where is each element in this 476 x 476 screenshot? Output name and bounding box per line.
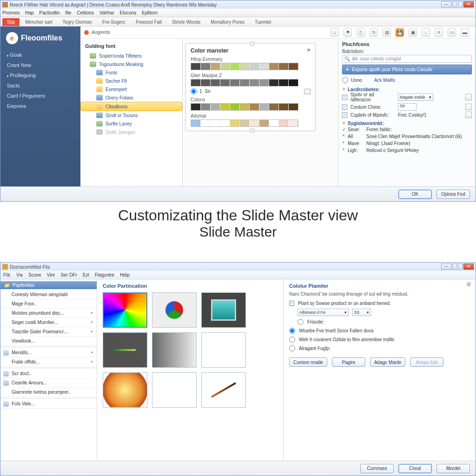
- tb-tile-icon[interactable]: ▬: [461, 28, 469, 37]
- color-swatch[interactable]: [259, 79, 269, 86]
- menu-item[interactable]: Elocons: [120, 10, 137, 15]
- tb-home-icon[interactable]: ⌂: [331, 28, 339, 37]
- color-swatch[interactable]: [220, 120, 230, 126]
- side-menu-item[interactable]: Fralie offide...: [0, 357, 97, 367]
- color-swatch[interactable]: [289, 79, 298, 86]
- rc-action-bar[interactable]: ✦ Expune spoth your Pbmr couts Canulie: [342, 65, 472, 74]
- swatch-row-4[interactable]: [191, 119, 298, 127]
- thumb-rainbow[interactable]: [103, 292, 147, 328]
- rc-search[interactable]: 🔍 Alt- sour celeds comgisl: [342, 55, 472, 63]
- color-swatch[interactable]: [201, 120, 210, 126]
- panel-end-icon[interactable]: [304, 89, 311, 94]
- side-menu-item[interactable]: Giarnnnte Ivelrss pecenjeer..: [0, 388, 97, 397]
- side-menu-item[interactable]: Mage Foor..: [0, 299, 97, 309]
- swatch-row-3[interactable]: [191, 103, 298, 111]
- menu-item[interactable]: Pronnes: [2, 10, 20, 15]
- menu-item[interactable]: Ezl: [83, 272, 89, 278]
- side-menu-head[interactable]: 📁 Paptbollas: [0, 281, 97, 289]
- color-swatch[interactable]: [250, 63, 259, 70]
- thumb-texture[interactable]: [103, 332, 147, 368]
- sidebar-item[interactable]: Card f Peguiners: [0, 91, 80, 101]
- ribbon-tab[interactable]: Monaltory Pores: [206, 18, 249, 26]
- maximize-button[interactable]: □: [452, 1, 463, 7]
- footer-button[interactable]: Mordel: [436, 464, 470, 473]
- color-swatch[interactable]: [269, 120, 278, 126]
- r2-button[interactable]: Adagc Manle: [370, 357, 405, 367]
- menu-item[interactable]: FIlc: [3, 272, 11, 278]
- close-button[interactable]: ✕: [463, 1, 474, 7]
- tree-item[interactable]: Eommpert: [80, 85, 182, 93]
- menu-item[interactable]: Scove: [28, 272, 41, 278]
- menu-item[interactable]: Cettions: [77, 10, 94, 15]
- color-swatch[interactable]: [220, 104, 230, 110]
- ribbon-tab[interactable]: Mencher sart: [20, 18, 57, 26]
- sidebar-item[interactable]: Goak: [0, 50, 80, 60]
- menu-item[interactable]: Eplitorn: [142, 10, 158, 15]
- color-swatch[interactable]: [191, 63, 200, 70]
- footer-button[interactable]: Curnnses: [360, 464, 394, 473]
- menu-item[interactable]: Vw: [16, 272, 23, 278]
- thumb-blank-2[interactable]: [152, 372, 197, 408]
- maximize-button-2[interactable]: □: [452, 264, 463, 270]
- rc-field-button[interactable]: [465, 104, 472, 110]
- footer-button[interactable]: Cnosl: [398, 464, 432, 473]
- color-swatch[interactable]: [240, 120, 249, 126]
- rc-link[interactable]: Ack Mallls: [374, 78, 395, 83]
- menu-item[interactable]: Vahhar: [99, 10, 114, 15]
- color-swatch[interactable]: [269, 79, 278, 86]
- color-swatch[interactable]: [230, 104, 239, 110]
- thumb-pencil[interactable]: [201, 372, 246, 408]
- tb-list-icon[interactable]: ≡: [435, 28, 443, 37]
- tree-item[interactable]: Cltealbons: [80, 102, 182, 111]
- minimize-button[interactable]: —: [441, 1, 451, 7]
- r2-checkbox[interactable]: ✓: [289, 301, 294, 306]
- ribbon-tab[interactable]: Fre-Sogerc: [98, 18, 130, 26]
- menu-item[interactable]: Ser OFr: [60, 272, 77, 278]
- swatch-row-2[interactable]: [191, 79, 298, 86]
- r2-button[interactable]: Cumion nnaile: [289, 357, 327, 367]
- thumb-rgb[interactable]: [152, 292, 197, 328]
- minimize-button-2[interactable]: —: [441, 264, 451, 270]
- color-swatch[interactable]: [279, 79, 288, 86]
- color-swatch[interactable]: [191, 120, 200, 126]
- r2-radio-2[interactable]: [289, 328, 295, 334]
- ribbon-tab[interactable]: Stip: [2, 18, 20, 26]
- tb-download-icon[interactable]: ↓: [422, 28, 430, 37]
- tb-copy-icon[interactable]: ▣: [409, 28, 417, 37]
- color-swatch[interactable]: [201, 104, 210, 110]
- color-swatch[interactable]: [289, 104, 298, 110]
- color-swatch[interactable]: [250, 104, 259, 110]
- color-swatch[interactable]: [211, 79, 220, 86]
- rc-checkbox[interactable]: ✓: [342, 95, 347, 100]
- color-swatch[interactable]: [269, 104, 278, 110]
- color-swatch[interactable]: [211, 104, 220, 110]
- tb-save-icon[interactable]: ▤: [383, 28, 391, 37]
- r2-radio-4[interactable]: [289, 345, 295, 351]
- rc-checkbox[interactable]: ✓: [342, 112, 347, 118]
- color-swatch[interactable]: [259, 63, 269, 70]
- color-swatch[interactable]: [269, 63, 278, 70]
- r2-radio-3[interactable]: [289, 337, 295, 343]
- rc-field-button[interactable]: [465, 112, 472, 118]
- menu-item[interactable]: Pactiodtin: [40, 10, 60, 15]
- sidebar-item[interactable]: Eepores: [0, 101, 80, 111]
- menu-item[interactable]: Hdip: [120, 272, 130, 278]
- rc-checkbox[interactable]: ✓: [342, 105, 347, 110]
- color-swatch[interactable]: [279, 120, 288, 126]
- color-swatch[interactable]: [211, 63, 220, 70]
- color-swatch[interactable]: [279, 104, 288, 110]
- color-swatch[interactable]: [201, 79, 210, 86]
- color-swatch[interactable]: [230, 79, 239, 86]
- color-swatch[interactable]: [240, 104, 249, 110]
- swatch-row-1[interactable]: [191, 63, 298, 70]
- panel-radio[interactable]: [191, 88, 197, 94]
- r2-select-num[interactable]: S3▾: [352, 309, 371, 316]
- side-menu-item[interactable]: Viewllook...: [0, 337, 97, 346]
- ribbon-tab[interactable]: Freezed Falt: [131, 18, 166, 26]
- r2-radio-1[interactable]: [298, 319, 304, 325]
- ribbon-tab[interactable]: Tegry Oorman: [58, 18, 97, 26]
- sidebar-item[interactable]: Sacts: [0, 80, 80, 91]
- color-swatch[interactable]: [289, 63, 298, 70]
- tb-flag-icon[interactable]: ⚑: [344, 28, 352, 37]
- side-menu-item[interactable]: Seger coatli Murnlier...: [0, 318, 97, 327]
